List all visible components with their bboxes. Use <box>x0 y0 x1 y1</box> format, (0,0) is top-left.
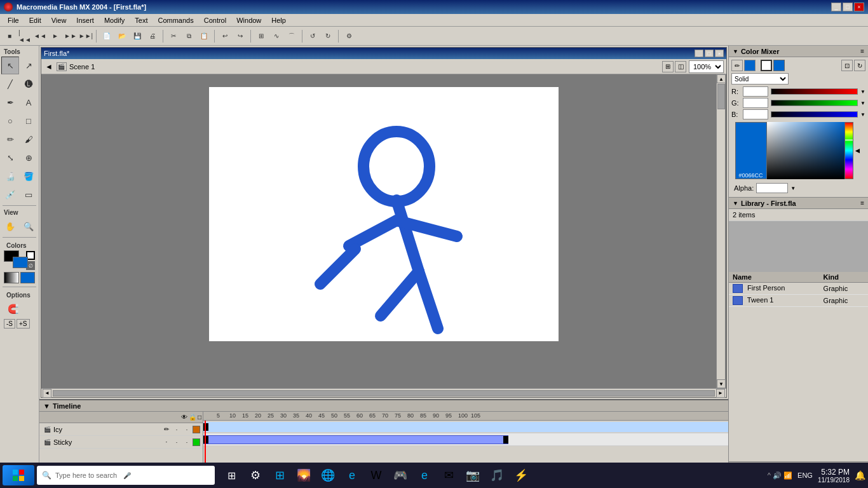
taskbar-edge-app[interactable]: e <box>341 464 363 487</box>
lib-col-kind[interactable]: Kind <box>820 272 868 283</box>
straighten-btn[interactable]: ⌒ <box>285 29 299 43</box>
taskbar-flash-app[interactable]: ⚡ <box>510 464 532 487</box>
alpha-down-arrow[interactable]: ▼ <box>790 186 796 191</box>
vscroll-thumb[interactable] <box>717 84 725 109</box>
cm-g-slider[interactable] <box>771 100 858 106</box>
next-frame-btn[interactable]: ►► <box>64 29 78 43</box>
menu-modify[interactable]: Modify <box>99 15 130 25</box>
close-button[interactable]: × <box>854 3 864 11</box>
cm-icon-btn1[interactable]: ⊡ <box>841 60 853 71</box>
lib-row-tween1[interactable]: Tween 1 Graphic <box>729 295 868 307</box>
color-preview-swatch[interactable]: #0066CC <box>735 122 767 179</box>
cm-icon-btn2[interactable]: ↻ <box>854 60 865 71</box>
canvas-hscroll[interactable]: ◄ ► <box>41 388 726 397</box>
zoom-scene-btn[interactable]: ◫ <box>675 61 686 72</box>
smooth-btn[interactable]: ∿ <box>269 29 283 43</box>
layer-sticky-outline-btn[interactable]: · <box>182 438 191 447</box>
snap-btn[interactable]: ⊞ <box>254 29 268 43</box>
scene-back-btn[interactable]: ◄ <box>44 62 54 71</box>
hscroll-thumb[interactable] <box>53 390 715 396</box>
taskbar-photos-app[interactable]: 🌄 <box>292 464 315 487</box>
cm-b-input[interactable]: 204 <box>743 109 768 119</box>
layer-sticky[interactable]: 🎬 Sticky · · · <box>39 436 203 449</box>
layer-icy-outline-btn[interactable]: · <box>182 425 191 434</box>
cm-r-input[interactable]: 0 <box>743 86 768 97</box>
free-transform-tool[interactable]: ⤡ <box>1 149 19 166</box>
save-btn[interactable]: 💾 <box>130 29 144 43</box>
layer-icy[interactable]: 🎬 Icy ✏ · · <box>39 423 203 436</box>
undo-btn[interactable]: ↩ <box>218 29 232 43</box>
eyedropper-tool[interactable]: 💉 <box>1 186 19 203</box>
cm-r-down[interactable]: ▼ <box>860 89 865 95</box>
taskbar-store-app[interactable]: ⊞ <box>268 464 291 487</box>
doc-close-btn[interactable]: × <box>715 50 724 57</box>
cm-stroke-box[interactable] <box>761 60 772 71</box>
cm-b-down[interactable]: ▼ <box>860 112 865 118</box>
text-tool[interactable]: A <box>20 93 37 111</box>
rect-tool[interactable]: □ <box>20 112 37 130</box>
vscroll-up-btn[interactable]: ▲ <box>717 74 726 83</box>
oval-tool[interactable]: ○ <box>1 112 19 130</box>
fill-color-swatch[interactable] <box>13 257 28 268</box>
expand-option-btn[interactable]: +S <box>17 319 30 329</box>
menu-view[interactable]: View <box>46 15 72 25</box>
new-btn[interactable]: 📄 <box>100 29 114 43</box>
taskbar-media-app[interactable]: 🎵 <box>485 464 508 487</box>
doc-window-controls[interactable]: _ □ × <box>695 50 724 57</box>
timeline-arrow[interactable]: ▼ <box>43 402 50 410</box>
forward-btn[interactable]: ►►| <box>79 29 93 43</box>
menu-text[interactable]: Text <box>130 15 153 25</box>
brush-tool[interactable]: 🖌 <box>20 130 37 148</box>
rewind-btn[interactable]: |◄◄ <box>18 29 32 43</box>
lib-row-first-person[interactable]: First Person Graphic <box>729 283 868 295</box>
menu-edit[interactable]: Edit <box>24 15 46 25</box>
outline-icon[interactable]: □ <box>198 414 201 421</box>
rotate-ccw-btn[interactable]: ↺ <box>306 29 320 43</box>
zoom-tool[interactable]: 🔍 <box>20 217 37 235</box>
layer-icy-vis-btn[interactable]: ✏ <box>162 425 171 434</box>
redo-btn[interactable]: ↪ <box>233 29 247 43</box>
hand-tool[interactable]: ✋ <box>1 217 19 235</box>
open-btn[interactable]: 📂 <box>115 29 129 43</box>
color-gradient-picker[interactable] <box>767 122 844 179</box>
color-mixer-menu-btn[interactable]: ≡ <box>860 48 864 55</box>
cm-g-input[interactable]: 102 <box>743 98 768 108</box>
ink-bottle-tool[interactable]: 🍶 <box>1 167 19 185</box>
layer-sticky-color[interactable] <box>193 438 200 446</box>
bw-gradient-swatch[interactable] <box>4 272 19 283</box>
cm-pencil-icon[interactable]: ✏ <box>731 60 743 71</box>
lasso-tool[interactable]: 🅛 <box>20 75 37 93</box>
frame-track-sticky[interactable] <box>203 433 728 446</box>
minimize-button[interactable]: _ <box>831 3 841 11</box>
arrow-tool[interactable]: ↖ <box>1 57 19 74</box>
menu-insert[interactable]: Insert <box>71 15 99 25</box>
line-tool[interactable]: ╱ <box>1 75 19 93</box>
pencil-tool[interactable]: ✏ <box>1 130 19 148</box>
taskbar-notification-btn[interactable]: 🔔 <box>855 470 865 480</box>
hue-arrow[interactable]: ◄ <box>853 122 862 179</box>
taskbar-photos2-app[interactable]: 📷 <box>461 464 484 487</box>
window-controls[interactable]: _ □ × <box>831 3 864 11</box>
cm-b-slider[interactable] <box>771 111 858 118</box>
taskbar-task-view[interactable]: ⊞ <box>220 464 243 487</box>
zoom-fit-btn[interactable]: ⊞ <box>662 61 674 72</box>
pen-tool[interactable]: ✒ <box>1 93 19 111</box>
layer-sticky-vis-btn[interactable]: · <box>162 438 171 447</box>
alpha-input[interactable]: 100% <box>756 183 788 193</box>
paint-bucket-tool[interactable]: 🪣 <box>20 167 37 185</box>
vscroll-down-btn[interactable]: ▼ <box>717 379 726 388</box>
cm-fill-type-select[interactable]: Solid Linear Radial Bitmap None <box>731 73 789 85</box>
taskbar-ie-app[interactable]: e <box>413 464 436 487</box>
menu-window[interactable]: Window <box>231 15 266 25</box>
taskbar-mic-icon[interactable]: 🎤 <box>123 472 131 479</box>
hscroll-left-btn[interactable]: ◄ <box>43 389 51 398</box>
color-fill-swatch[interactable] <box>20 272 36 283</box>
lib-col-name[interactable]: Name <box>729 272 820 283</box>
library-arrow[interactable]: ▼ <box>733 200 738 207</box>
taskbar-settings-app[interactable]: ⚙ <box>244 464 267 487</box>
doc-restore-btn[interactable]: □ <box>705 50 714 57</box>
cut-btn[interactable]: ✂ <box>166 29 180 43</box>
restore-button[interactable]: □ <box>843 3 853 11</box>
layer-icy-color[interactable] <box>193 426 200 433</box>
color-mixer-arrow[interactable]: ▼ <box>733 48 738 55</box>
